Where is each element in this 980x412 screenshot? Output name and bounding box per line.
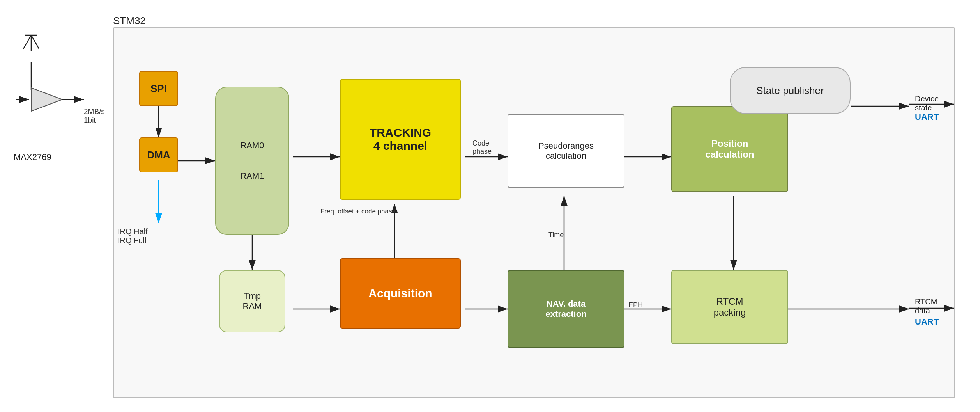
- rtcm-block: RTCMpacking: [671, 270, 788, 344]
- stm32-label: STM32: [113, 15, 146, 27]
- position-block: Positioncalculation: [671, 106, 788, 192]
- device-state-label: Devicestate: [915, 94, 939, 112]
- uart1-label: UART: [915, 112, 939, 122]
- dma-block: DMA: [139, 137, 178, 172]
- uart2-label: UART: [915, 317, 939, 327]
- tmp-ram-block: TmpRAM: [219, 270, 285, 332]
- diagram-container: STM32: [8, 8, 972, 402]
- tracking-block: TRACKING4 channel: [340, 79, 461, 200]
- svg-marker-27: [31, 88, 62, 111]
- eph-label: EPH: [628, 301, 643, 309]
- svg-line-23: [23, 35, 31, 49]
- main-box: SPI DMA IRQ HalfIRQ Full RAM0RAM1 TmpRAM…: [113, 27, 955, 398]
- acquisition-block: Acquisition: [340, 258, 461, 329]
- time-label: Time: [548, 231, 564, 239]
- freq-offset-label: Freq. offset + code phase: [320, 208, 396, 215]
- spi-block: SPI: [139, 71, 178, 106]
- state-publisher-block: State publisher: [730, 67, 851, 114]
- irq-label: IRQ HalfIRQ Full: [118, 227, 148, 245]
- nav-data-block: NAV. dataextraction: [508, 270, 624, 348]
- pseudoranges-block: Pseudorangescalculation: [508, 114, 624, 188]
- code-phase-label: Codephase: [472, 139, 492, 156]
- ram-block: RAM0RAM1: [215, 87, 289, 235]
- data-rate-label: 2MB/s1bit: [84, 107, 105, 124]
- max2769-label: MAX2769: [14, 152, 51, 162]
- svg-line-24: [31, 35, 39, 49]
- rtcm-data-label: RTCMdata: [915, 297, 937, 315]
